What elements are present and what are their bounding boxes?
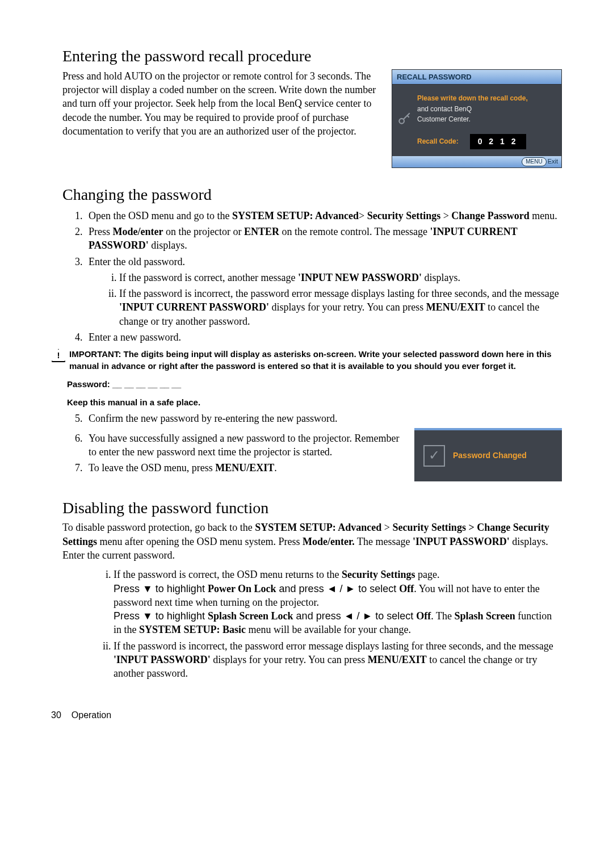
heading-recall: Entering the password recall procedure: [62, 45, 562, 67]
panel-footer: MENUExit: [392, 156, 561, 167]
step-3i: If the password is correct, another mess…: [119, 271, 562, 284]
password-blank-line: Password: __ __ __ __ __ __: [67, 379, 562, 390]
disable-intro: To disable password protection, go back …: [62, 521, 562, 562]
recall-code-label: Recall Code:: [417, 137, 459, 146]
page-number: 30: [51, 710, 61, 720]
warning-icon: !: [51, 349, 66, 362]
section-recall-procedure: Entering the password recall procedure P…: [51, 45, 562, 168]
step-5: Confirm the new password by re-entering …: [85, 412, 562, 425]
step-6: You have successfully assigned a new pas…: [85, 431, 403, 459]
recall-intro-text: Press and hold AUTO on the projector or …: [62, 69, 380, 138]
section-changing-password: Changing the password Open the OSD menu …: [51, 184, 562, 481]
footer-section-name: Operation: [72, 710, 111, 720]
page-footer: 30Operation: [51, 709, 562, 722]
password-changed-label: Password Changed: [453, 450, 527, 461]
menu-pill: MENU: [522, 157, 546, 166]
step-2: Press Mode/enter on the projector or ENT…: [85, 225, 562, 253]
panel-msg-line2: and contact BenQ: [417, 104, 551, 114]
disable-ii: If the password is incorrect, the passwo…: [114, 639, 562, 681]
exit-label: Exit: [548, 158, 558, 165]
key-icon: [396, 111, 413, 128]
check-icon: ✓: [423, 445, 445, 467]
step-1: Open the OSD menu and go to the SYSTEM S…: [85, 209, 562, 223]
step-7: To leave the OSD menu, press MENU/EXIT.: [85, 461, 403, 475]
panel-msg-line3: Customer Center.: [417, 115, 551, 124]
heading-disabling: Disabling the password function: [62, 497, 562, 519]
password-changed-panel: ✓ Password Changed: [414, 428, 562, 481]
heading-changing: Changing the password: [62, 184, 562, 206]
keep-safe-line: Keep this manual in a safe place.: [67, 397, 562, 408]
recall-code-value: 0 2 1 2: [470, 134, 526, 149]
disable-i: If the password is correct, the OSD menu…: [114, 568, 562, 636]
panel-title: RECALL PASSWORD: [392, 70, 561, 85]
important-note: ! IMPORTANT: The digits being input will…: [51, 349, 562, 372]
recall-password-panel: RECALL PASSWORD Please write down the re…: [392, 69, 562, 168]
section-disabling-password: Disabling the password function To disab…: [51, 497, 562, 681]
important-text: IMPORTANT: The digits being input will d…: [69, 349, 562, 372]
step-3: Enter the old password. If the password …: [85, 255, 562, 328]
step-4: Enter a new password.: [85, 330, 562, 344]
panel-msg-line1: Please write down the recall code,: [417, 94, 551, 103]
step-3ii: If the password is incorrect, the passwo…: [119, 287, 562, 328]
